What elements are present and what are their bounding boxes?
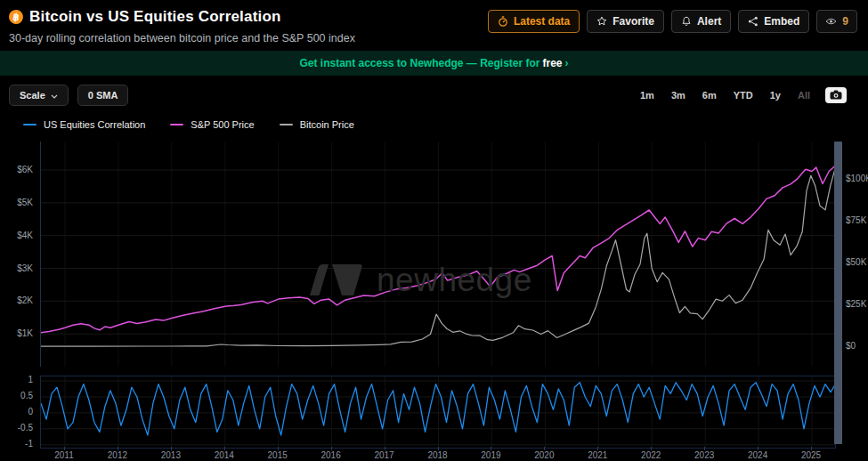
range-button-1m[interactable]: 1m <box>638 88 656 102</box>
x-axis-tick <box>758 447 758 450</box>
correlation-axis-label: -1 <box>0 439 33 449</box>
chart-scrollbar[interactable] <box>834 142 842 444</box>
legend-item-bitcoin[interactable]: Bitcoin Price <box>280 119 354 130</box>
legend-label-bitcoin: Bitcoin Price <box>300 119 354 130</box>
screenshot-button[interactable] <box>825 87 847 103</box>
x-axis-tick <box>597 447 598 450</box>
page-header: ฿ Bitcoin vs US Equities Correlation 30-… <box>0 0 868 44</box>
range-button-1y[interactable]: 1y <box>768 88 783 102</box>
x-axis-label: 2014 <box>210 450 239 460</box>
banner-text: Get instant access to Newhedge — Registe… <box>299 57 539 69</box>
camera-icon <box>830 89 842 102</box>
bell-icon <box>681 16 692 27</box>
chart-area: newhedge $1K$2K$3K$4K$5K$6K$0$25K$50K$75… <box>0 137 868 461</box>
range-button-6m[interactable]: 6m <box>701 88 718 102</box>
bitcoin-icon: ฿ <box>8 9 24 25</box>
x-axis-tick <box>171 447 172 450</box>
x-axis-label: 2023 <box>690 450 718 460</box>
header-left: ฿ Bitcoin vs US Equities Correlation 30-… <box>9 8 355 44</box>
banner-arrow-icon: › <box>565 57 569 69</box>
left-axis-label: $4K <box>0 230 33 240</box>
register-banner[interactable]: Get instant access to Newhedge — Registe… <box>0 51 868 76</box>
x-axis-tick <box>224 447 225 450</box>
scale-dropdown[interactable]: Scale <box>9 85 69 106</box>
x-axis-tick <box>544 447 545 450</box>
alert-label: Alert <box>697 15 721 28</box>
range-button-3m[interactable]: 3m <box>669 88 687 102</box>
correlation-axis-label: -0.5 <box>0 423 33 433</box>
banner-highlight: free <box>543 57 563 69</box>
x-axis-tick <box>704 447 705 450</box>
x-axis-tick <box>491 447 491 450</box>
x-axis-label: 2011 <box>50 450 78 460</box>
sp500-series-swatch <box>170 124 183 125</box>
left-axis-label: $1K <box>0 328 33 338</box>
x-axis-label: 2024 <box>743 450 772 460</box>
x-axis-tick <box>118 447 118 450</box>
right-axis-label: $75K <box>846 215 866 225</box>
x-axis-label: 2020 <box>530 450 558 460</box>
legend-item-sp500[interactable]: S&P 500 Price <box>170 119 254 130</box>
x-axis-tick <box>385 447 385 450</box>
stopwatch-icon <box>498 16 508 27</box>
right-axis-label: $50K <box>846 257 866 267</box>
x-axis-label: 2022 <box>637 450 665 460</box>
correlation-axis-label: 0.5 <box>0 391 33 400</box>
scale-label: Scale <box>20 90 45 101</box>
chart-legend: US Equities Correlation S&P 500 Price Bi… <box>23 119 868 130</box>
views-count: 9 <box>842 15 848 28</box>
eye-icon <box>825 17 837 26</box>
legend-item-correlation[interactable]: US Equities Correlation <box>23 119 145 130</box>
favorite-label: Favorite <box>612 15 654 28</box>
correlation-series-swatch <box>23 124 37 125</box>
embed-label: Embed <box>764 15 799 28</box>
x-axis-tick <box>811 447 812 450</box>
x-axis-label: 2013 <box>157 450 185 460</box>
latest-data-label: Latest data <box>514 15 570 28</box>
latest-data-button[interactable]: Latest data <box>488 10 580 33</box>
views-button[interactable]: 9 <box>816 10 857 33</box>
legend-label-sp500: S&P 500 Price <box>191 119 254 130</box>
x-axis-label: 2018 <box>424 450 452 460</box>
range-button-ytd[interactable]: YTD <box>732 88 755 102</box>
embed-button[interactable]: Embed <box>738 10 809 33</box>
share-icon <box>748 16 758 27</box>
x-axis-label: 2015 <box>264 450 292 460</box>
left-axis-label: $5K <box>0 198 33 207</box>
right-axis-label: $100K <box>846 174 868 183</box>
left-axis-label: $6K <box>0 165 33 174</box>
main-chart-svg[interactable] <box>40 142 836 367</box>
correlation-axis-label: 0 <box>0 407 33 417</box>
legend-label-correlation: US Equities Correlation <box>44 119 145 130</box>
page-title: Bitcoin vs US Equities Correlation <box>29 8 281 26</box>
x-axis-tick <box>64 447 65 450</box>
correlation-chart-svg[interactable] <box>40 376 836 449</box>
x-axis-tick <box>278 447 279 450</box>
x-axis-label: 2016 <box>317 450 345 460</box>
chevron-down-icon <box>51 90 58 101</box>
x-axis-tick <box>438 447 439 450</box>
star-icon <box>596 16 607 27</box>
left-axis-label: $3K <box>0 263 33 273</box>
x-axis-tick <box>331 447 332 450</box>
page-subtitle: 30-day rolling correlation between bitco… <box>9 32 355 44</box>
range-button-all[interactable]: All <box>796 88 812 102</box>
sma-button[interactable]: 0 SMA <box>77 85 129 106</box>
x-axis-label: 2025 <box>797 450 825 460</box>
header-buttons: Latest data Favorite Alert Embed 9 <box>488 8 857 33</box>
x-axis-label: 2021 <box>583 450 612 460</box>
right-axis-label: $25K <box>846 299 866 309</box>
sma-label: 0 SMA <box>88 90 118 101</box>
x-axis-label: 2017 <box>370 450 399 460</box>
x-axis-label: 2012 <box>103 450 132 460</box>
alert-button[interactable]: Alert <box>671 10 731 33</box>
left-axis-label: $2K <box>0 295 33 305</box>
chart-toolbar: Scale 0 SMA 1m 3m 6m YTD 1y All <box>0 76 868 106</box>
bitcoin-series-swatch <box>280 124 293 125</box>
right-axis-label: $0 <box>846 341 856 351</box>
correlation-axis-label: 1 <box>0 375 33 384</box>
x-axis-tick <box>651 447 652 450</box>
favorite-button[interactable]: Favorite <box>587 10 664 33</box>
x-axis-label: 2019 <box>476 450 505 460</box>
